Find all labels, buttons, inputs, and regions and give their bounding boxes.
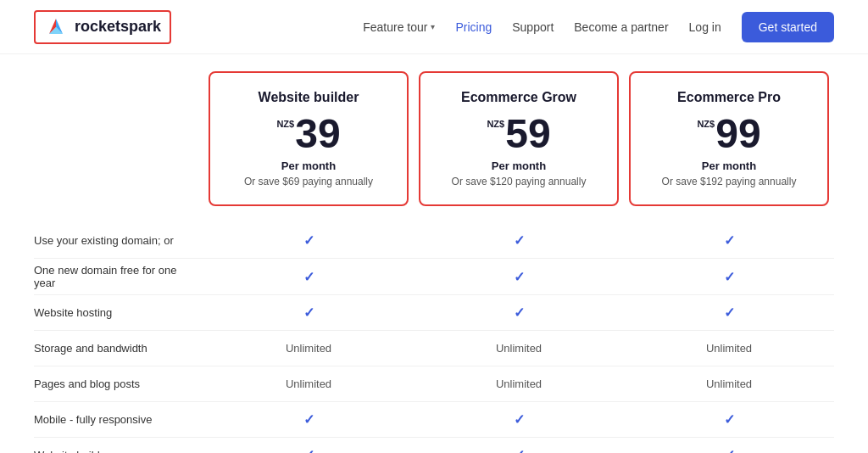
- checkmark-icon: ✓: [514, 233, 525, 248]
- nav-become-partner[interactable]: Become a partner: [574, 20, 668, 34]
- feature-label: Website builder: [34, 449, 203, 453]
- checkmark-icon: ✓: [303, 305, 314, 320]
- logo[interactable]: rocketspark: [34, 10, 171, 44]
- plan-amount: 39: [295, 114, 340, 154]
- plan-price-row: NZ$ 59: [434, 114, 604, 154]
- plan-save: Or save $69 paying annually: [224, 176, 393, 187]
- main-content: Website builder NZ$ 39 Per month Or save…: [0, 54, 868, 453]
- plan-name: Website builder: [224, 90, 393, 105]
- plan-period: Per month: [224, 159, 393, 172]
- plan-amount: 99: [715, 114, 760, 154]
- plan-ecommerce-pro: Ecommerce Pro NZ$ 99 Per month Or save $…: [629, 71, 829, 206]
- feature-row: Mobile - fully responsive✓✓✓: [34, 402, 834, 438]
- feature-cell: ✓: [624, 305, 834, 321]
- checkmark-icon: ✓: [514, 305, 525, 320]
- checkmark-icon: ✓: [724, 412, 735, 427]
- checkmark-icon: ✓: [724, 305, 735, 320]
- checkmark-icon: ✓: [303, 448, 314, 453]
- plan-period: Per month: [644, 159, 814, 172]
- checkmark-icon: ✓: [724, 233, 735, 248]
- feature-cell: Unlimited: [414, 342, 624, 355]
- pricing-empty-cell: [34, 71, 203, 206]
- checkmark-icon: ✓: [303, 270, 314, 284]
- feature-cell: ✓: [203, 447, 414, 453]
- feature-cell: ✓: [414, 447, 624, 453]
- feature-label: Pages and blog posts: [34, 378, 203, 390]
- plan-currency: NZ$: [487, 119, 504, 129]
- plan-currency: NZ$: [276, 119, 294, 129]
- checkmark-icon: ✓: [724, 448, 735, 453]
- nav-feature-tour[interactable]: Feature tour ▾: [363, 20, 435, 34]
- plan-save: Or save $120 paying annually: [434, 176, 604, 187]
- plan-price-row: NZ$ 99: [644, 114, 814, 154]
- logo-icon: [44, 15, 68, 39]
- plan-period: Per month: [434, 159, 604, 172]
- feature-row: Storage and bandwidthUnlimitedUnlimitedU…: [34, 331, 834, 366]
- pricing-cards: Website builder NZ$ 39 Per month Or save…: [34, 71, 834, 206]
- feature-row: One new domain free for one year✓✓✓: [34, 259, 834, 295]
- checkmark-icon: ✓: [303, 412, 314, 427]
- plan-save: Or save $192 paying annually: [644, 176, 814, 187]
- checkmark-icon: ✓: [514, 412, 525, 427]
- feature-cell: ✓: [414, 269, 624, 285]
- feature-row: Website builder✓✓✓: [34, 438, 834, 453]
- checkmark-icon: ✓: [724, 270, 735, 284]
- get-started-button[interactable]: Get started: [742, 12, 834, 42]
- plan-currency: NZ$: [697, 119, 715, 129]
- feature-cell: Unlimited: [203, 378, 414, 390]
- plan-amount: 59: [505, 114, 550, 154]
- feature-table: Use your existing domain; or✓✓✓One new d…: [34, 223, 834, 453]
- feature-cell: ✓: [203, 305, 414, 321]
- feature-label: Mobile - fully responsive: [34, 413, 203, 426]
- feature-label: Use your existing domain; or: [34, 234, 203, 247]
- feature-label: One new domain free for one year: [34, 264, 203, 289]
- plan-name: Ecommerce Pro: [644, 90, 814, 105]
- checkmark-icon: ✓: [514, 448, 525, 453]
- feature-cell: ✓: [203, 269, 414, 285]
- feature-cell: ✓: [624, 232, 834, 249]
- feature-cell: Unlimited: [203, 342, 414, 355]
- feature-cell: ✓: [414, 305, 624, 321]
- feature-row: Use your existing domain; or✓✓✓: [34, 223, 834, 259]
- feature-cell: ✓: [624, 411, 834, 428]
- nav-support[interactable]: Support: [512, 20, 554, 34]
- feature-cell: Unlimited: [624, 378, 834, 390]
- feature-cell: Unlimited: [624, 342, 834, 355]
- nav-pricing[interactable]: Pricing: [455, 20, 492, 34]
- plan-ecommerce-grow: Ecommerce Grow NZ$ 59 Per month Or save …: [419, 71, 619, 206]
- plan-name: Ecommerce Grow: [434, 90, 604, 105]
- feature-cell: Unlimited: [414, 378, 624, 390]
- plan-website-builder: Website builder NZ$ 39 Per month Or save…: [209, 71, 409, 206]
- feature-row: Pages and blog postsUnlimitedUnlimitedUn…: [34, 366, 834, 402]
- feature-label: Website hosting: [34, 306, 203, 319]
- feature-cell: ✓: [414, 232, 624, 249]
- logo-text: rocketspark: [75, 18, 161, 36]
- nav-login[interactable]: Log in: [689, 20, 721, 34]
- main-nav: Feature tour ▾ Pricing Support Become a …: [363, 12, 834, 42]
- feature-row: Website hosting✓✓✓: [34, 295, 834, 331]
- feature-cell: ✓: [203, 411, 414, 428]
- plan-price-row: NZ$ 39: [224, 114, 393, 154]
- feature-label: Storage and bandwidth: [34, 342, 203, 355]
- header: rocketspark Feature tour ▾ Pricing Suppo…: [0, 0, 868, 54]
- feature-cell: ✓: [624, 269, 834, 285]
- feature-cell: ✓: [624, 447, 834, 453]
- checkmark-icon: ✓: [303, 233, 314, 248]
- checkmark-icon: ✓: [514, 270, 525, 284]
- feature-cell: ✓: [203, 232, 414, 249]
- feature-cell: ✓: [414, 411, 624, 428]
- chevron-down-icon: ▾: [431, 22, 435, 31]
